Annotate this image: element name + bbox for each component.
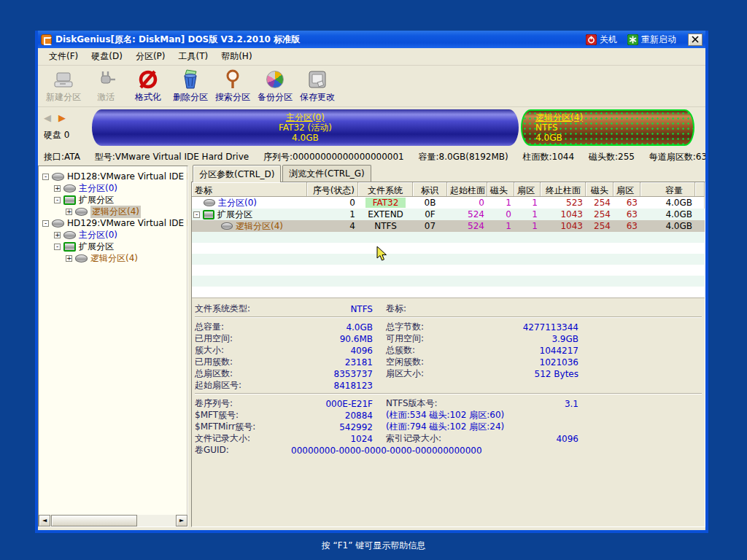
search-partition-button[interactable]: 搜索分区 [212, 68, 254, 104]
disk-sectors-per-track: 每道扇区数:63 [649, 152, 705, 162]
tree-item-hd129-logical[interactable]: + 逻辑分区(4) [39, 252, 187, 264]
scrollbar-thumb[interactable] [51, 515, 137, 526]
header-filesystem[interactable]: 文件系统 [358, 182, 413, 196]
save-changes-button[interactable]: 保存更改 [296, 68, 338, 104]
prev-disk-arrow-icon[interactable]: ◀ [44, 112, 51, 123]
main-area: - HD128:VMware Virtual IDE H + 主分区(0) - … [38, 164, 705, 530]
table-row-extended-partition[interactable]: - 扩展分区 1 EXTEND 0F 524 0 1 1043 254 63 [192, 209, 705, 220]
partition-icon [204, 199, 215, 206]
delete-partition-button[interactable]: 删除分区 [169, 68, 212, 104]
tree-item-hd128[interactable]: - HD128:VMware Virtual IDE H [39, 171, 187, 182]
primary-partition-fs: FAT32 (活动) [279, 122, 332, 133]
desktop: DiskGenius[原名: DiskMan] DOS版 V3.2.2010 标… [0, 0, 747, 560]
scroll-left-arrow-icon[interactable]: ◄ [39, 515, 50, 526]
header-end-head[interactable]: 磁头 [586, 182, 614, 196]
tree-item-hd129-extended[interactable]: - 扩展分区 [39, 241, 187, 252]
extended-partition-icon [203, 210, 214, 219]
expand-icon[interactable]: + [54, 185, 61, 192]
expand-icon[interactable]: + [54, 232, 61, 238]
shutdown-label: 关机 [600, 34, 617, 46]
partition-detail-panel: 分区参数(CTRL_D) 浏览文件(CTRL_G) 卷标 序号(状态) 文件系统… [191, 166, 705, 527]
menu-disk[interactable]: 硬盘(D) [85, 48, 129, 65]
menu-tools[interactable]: 工具(T) [171, 48, 214, 65]
empty-rows [192, 232, 705, 298]
logical-partition-name: 逻辑分区(4) [535, 112, 583, 122]
expand-icon[interactable]: + [66, 209, 72, 215]
partition-table-header: 卷标 序号(状态) 文件系统 标识 起始柱面 磁头 扇区 终止柱面 磁头 扇区 … [192, 182, 705, 197]
save-changes-icon [307, 68, 328, 91]
header-start-cylinder[interactable]: 起始柱面 [447, 182, 487, 196]
tabs: 分区参数(CTRL_D) 浏览文件(CTRL_G) [191, 166, 705, 182]
disk-capacity: 容量:8.0GB(8192MB) [419, 152, 508, 162]
activate-label: 激活 [97, 91, 115, 104]
header-start-head[interactable]: 磁头 [487, 182, 514, 196]
collapse-icon[interactable]: - [42, 174, 49, 180]
new-partition-button[interactable]: 新建分区 [42, 68, 85, 104]
menu-partition[interactable]: 分区(P) [129, 48, 172, 65]
tree-item-hd129-primary[interactable]: + 主分区(0) [39, 229, 187, 241]
scrollbar-track[interactable] [137, 515, 176, 526]
tab-partition-parameters[interactable]: 分区参数(CTRL_D) [193, 165, 281, 182]
disk-icon [52, 173, 64, 181]
format-button[interactable]: 格式化 [127, 68, 169, 104]
fs-type-label: 文件系统类型: [195, 303, 291, 315]
header-end-sector[interactable]: 扇区 [614, 182, 640, 196]
partition-cylinders: 主分区(0) FAT32 (活动) 4.0GB 逻辑分区(4) NTFS 4.0… [92, 109, 694, 146]
table-row-logical-partition[interactable]: 逻辑分区(4) 4 NTFS 07 524 1 1 1043 254 63 4.… [192, 220, 705, 232]
logical-partition-cylinder[interactable]: 逻辑分区(4) NTFS 4.0GB [521, 109, 694, 146]
window-title: DiskGenius[原名: DiskMan] DOS版 V3.2.2010 标… [55, 34, 576, 46]
header-sequence-status[interactable]: 序号(状态) [307, 182, 358, 196]
toolbar: 新建分区 激活 格式化 删除分区 [38, 66, 705, 107]
tree-item-hd128-extended[interactable]: - 扩展分区 [39, 194, 187, 206]
save-changes-label: 保存更改 [300, 91, 335, 104]
header-filler [695, 182, 705, 196]
format-label: 格式化 [135, 91, 161, 104]
backup-partition-button[interactable]: 备份分区 [254, 68, 296, 104]
partition-icon [75, 254, 88, 262]
header-capacity[interactable]: 容量 [640, 182, 695, 196]
restart-icon [627, 34, 638, 45]
power-icon [586, 34, 597, 45]
fs-type-value: NTFS [291, 304, 373, 314]
header-id[interactable]: 标识 [413, 182, 447, 196]
new-partition-icon [53, 68, 74, 91]
disk-serial: 序列号:00000000000000000001 [263, 152, 404, 162]
header-volume-label[interactable]: 卷标 [192, 182, 307, 196]
menu-help[interactable]: 帮助(H) [214, 48, 258, 65]
restart-label: 重新启动 [641, 34, 676, 46]
next-disk-arrow-icon[interactable]: ▶ [58, 112, 66, 123]
tree-horizontal-scrollbar[interactable]: ◄ ► [39, 515, 187, 526]
shutdown-button[interactable]: 关机 [586, 34, 617, 46]
search-partition-label: 搜索分区 [215, 91, 250, 104]
table-row-primary-partition[interactable]: 主分区(0) 0 FAT32 0B 0 1 1 523 254 63 4.0GB [192, 197, 705, 209]
collapse-icon[interactable]: - [54, 244, 61, 250]
partition-icon [63, 231, 76, 239]
collapse-icon[interactable]: - [193, 211, 200, 218]
menubar: 文件(F) 硬盘(D) 分区(P) 工具(T) 帮助(H) [38, 48, 705, 66]
tree-item-hd128-primary[interactable]: + 主分区(0) [39, 182, 187, 194]
delete-partition-icon [180, 68, 201, 91]
restart-button[interactable]: 重新启动 [627, 34, 676, 46]
primary-partition-cylinder[interactable]: 主分区(0) FAT32 (活动) 4.0GB [92, 109, 519, 146]
logical-partition-size: 4.0GB [535, 133, 562, 143]
collapse-icon[interactable]: - [54, 197, 61, 203]
header-end-cylinder[interactable]: 终止柱面 [541, 182, 586, 196]
tree-item-hd129[interactable]: - HD129:VMware Virtual IDE H [39, 217, 187, 229]
primary-partition-name: 主分区(0) [286, 112, 325, 122]
scroll-right-arrow-icon[interactable]: ► [176, 515, 187, 526]
partition-parameters-content: 卷标 序号(状态) 文件系统 标识 起始柱面 磁头 扇区 终止柱面 磁头 扇区 … [191, 182, 705, 527]
expand-icon[interactable]: + [66, 255, 72, 262]
menu-file[interactable]: 文件(F) [42, 48, 85, 65]
header-start-sector[interactable]: 扇区 [514, 182, 541, 196]
disk-navigator: ◀ ▶ 硬盘 0 [44, 109, 92, 148]
divider [195, 316, 702, 318]
close-button[interactable] [688, 34, 703, 46]
collapse-icon[interactable]: - [42, 220, 49, 227]
tree-item-hd128-logical[interactable]: + 逻辑分区(4) [39, 206, 187, 217]
close-icon [692, 36, 699, 43]
logical-partition-fs: NTFS [535, 122, 558, 133]
disk-interface: 接口:ATA [44, 152, 80, 162]
disk-model: 型号:VMware Virtual IDE Hard Drive [95, 152, 249, 162]
tab-browse-files[interactable]: 浏览文件(CTRL_G) [282, 165, 371, 182]
activate-button[interactable]: 激活 [85, 68, 127, 104]
